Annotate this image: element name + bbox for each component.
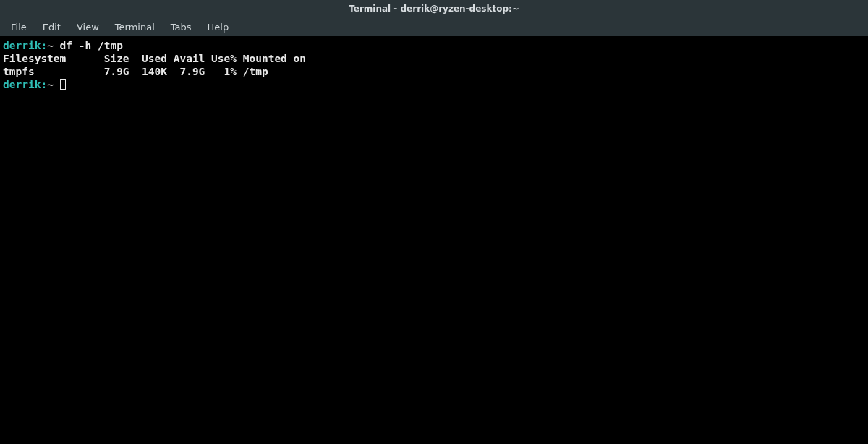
terminal-line-3: tmpfs 7.9G 140K 7.9G 1% /tmp — [3, 65, 865, 78]
menubar: File Edit View Terminal Tabs Help — [0, 17, 868, 36]
terminal-line-2: Filesystem Size Used Avail Use% Mounted … — [3, 52, 865, 65]
prompt-sep: : — [41, 79, 47, 90]
prompt-user: derrik — [3, 40, 41, 51]
cursor — [60, 79, 66, 90]
menu-edit[interactable]: Edit — [36, 20, 67, 35]
menu-view[interactable]: View — [70, 20, 106, 35]
menu-terminal[interactable]: Terminal — [109, 20, 161, 35]
terminal-output[interactable]: derrik:~ df -h /tmpFilesystem Size Used … — [0, 36, 868, 94]
menu-help[interactable]: Help — [201, 20, 236, 35]
prompt-path: ~ — [47, 79, 54, 90]
terminal-line-1: derrik:~ df -h /tmp — [3, 39, 865, 52]
menu-tabs[interactable]: Tabs — [164, 20, 198, 35]
prompt-path: ~ — [47, 40, 54, 51]
prompt-sep: : — [41, 40, 47, 51]
command-text: df -h /tmp — [54, 40, 123, 51]
menu-file[interactable]: File — [4, 20, 33, 35]
window-titlebar: Terminal - derrik@ryzen-desktop:~ — [0, 0, 868, 17]
window-title: Terminal - derrik@ryzen-desktop:~ — [349, 4, 519, 14]
terminal-line-4: derrik:~ — [3, 78, 865, 91]
prompt-user: derrik — [3, 79, 41, 90]
